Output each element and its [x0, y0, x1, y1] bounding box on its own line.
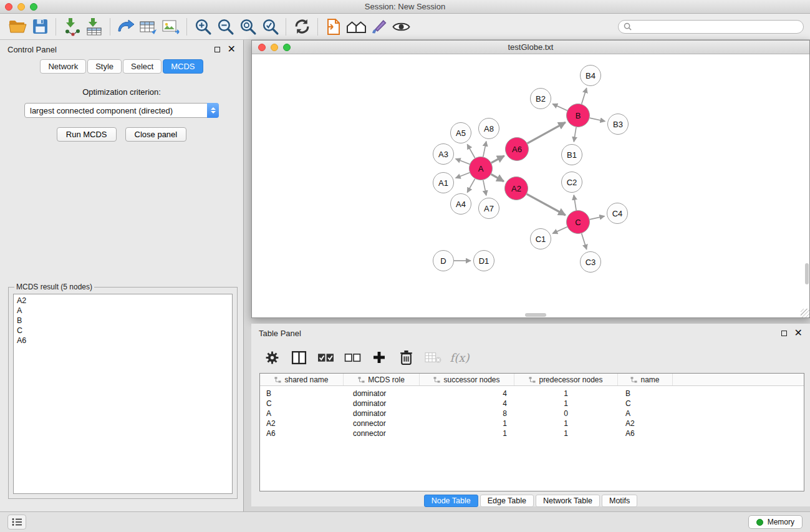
graph-node-A4[interactable]: A4: [450, 193, 471, 215]
delete-row-button[interactable]: [397, 348, 415, 367]
import-table-url-button[interactable]: [137, 16, 160, 38]
edge-A-A5[interactable]: [467, 144, 475, 158]
edge-A-A3[interactable]: [456, 159, 470, 165]
select-stepper[interactable]: [207, 103, 219, 118]
graph-node-D1[interactable]: D1: [473, 250, 494, 271]
edge-B-B2[interactable]: [552, 104, 567, 111]
network-close-button[interactable]: [258, 44, 266, 51]
edge-A-A4[interactable]: [467, 179, 475, 193]
import-table-file-button[interactable]: [83, 16, 105, 38]
column-header-shared-name[interactable]: shared name: [260, 374, 344, 385]
graph-node-C2[interactable]: C2: [561, 172, 582, 193]
refresh-layout-button[interactable]: [291, 16, 313, 38]
column-header-successor-nodes[interactable]: successor nodes: [420, 374, 514, 385]
edge-A-A6[interactable]: [491, 156, 504, 163]
network-minimize-button[interactable]: [271, 44, 278, 51]
tab-style[interactable]: Style: [87, 59, 122, 74]
open-session-button[interactable]: [6, 16, 29, 38]
delete-table-button[interactable]: [423, 348, 442, 367]
graph-node-C1[interactable]: C1: [530, 228, 551, 249]
tab-select[interactable]: Select: [123, 59, 162, 74]
table-float-panel-icon[interactable]: [781, 331, 787, 336]
edge-A-A2[interactable]: [491, 174, 504, 181]
select-all-button[interactable]: [316, 348, 335, 367]
show-panels-button[interactable]: [7, 515, 26, 530]
tab-edge-table[interactable]: Edge Table: [480, 495, 534, 507]
table-row-a2[interactable]: A2connector11A2: [260, 418, 804, 428]
save-session-button[interactable]: [29, 16, 51, 38]
table-row-a6[interactable]: A6connector11A6: [260, 428, 804, 438]
edge-A-A8[interactable]: [483, 142, 486, 157]
resize-grip[interactable]: [801, 309, 809, 317]
memory-button[interactable]: Memory: [748, 515, 803, 529]
table-close-panel-icon[interactable]: ✕: [794, 329, 803, 337]
function-builder-button[interactable]: f(x): [450, 348, 469, 367]
float-panel-icon[interactable]: [215, 47, 220, 52]
edge-B-B3[interactable]: [590, 118, 605, 121]
search-input[interactable]: [635, 22, 798, 31]
edge-C-C2[interactable]: [574, 195, 576, 210]
apply-style-button[interactable]: [367, 16, 390, 38]
zoom-fit-button[interactable]: [236, 16, 259, 38]
graph-node-C[interactable]: C: [566, 210, 590, 234]
edge-A-A1[interactable]: [456, 173, 470, 178]
edge-A6-B[interactable]: [528, 122, 566, 143]
tab-network-table[interactable]: Network Table: [536, 495, 600, 507]
tab-network[interactable]: Network: [40, 59, 86, 74]
graph-node-B4[interactable]: B4: [580, 65, 601, 86]
edge-B-B4[interactable]: [582, 88, 587, 104]
mcds-result-list[interactable]: A2ABCA6: [13, 294, 233, 494]
edge-C-C3[interactable]: [582, 233, 587, 249]
show-hide-graphics-button[interactable]: [390, 16, 412, 38]
zoom-in-button[interactable]: [191, 16, 214, 38]
graph-node-A[interactable]: A: [469, 157, 493, 180]
close-panel-button[interactable]: Close panel: [125, 127, 187, 142]
edge-B-B1[interactable]: [574, 127, 576, 142]
graph-node-B1[interactable]: B1: [561, 144, 582, 165]
graph-node-D[interactable]: D: [433, 250, 454, 271]
zoom-out-button[interactable]: [214, 16, 236, 38]
add-row-button[interactable]: [370, 348, 388, 367]
column-header-MCDS-role[interactable]: MCDS role: [344, 374, 420, 385]
close-panel-icon[interactable]: ✕: [228, 46, 236, 53]
network-window-titlebar[interactable]: testGlobe.txt: [252, 41, 809, 54]
tab-mcds[interactable]: MCDS: [163, 59, 203, 74]
result-item-a6[interactable]: A6: [17, 336, 229, 346]
result-item-b[interactable]: B: [17, 316, 229, 326]
edge-C-C1[interactable]: [552, 227, 567, 234]
table-row-b[interactable]: Bdominator41B: [260, 389, 804, 399]
column-header-name[interactable]: name: [618, 374, 673, 385]
result-item-a[interactable]: A: [17, 306, 229, 316]
run-mcds-button[interactable]: Run MCDS: [57, 127, 117, 142]
graph-node-B[interactable]: B: [566, 104, 590, 127]
table-settings-button[interactable]: [263, 348, 281, 367]
result-item-a2[interactable]: A2: [17, 296, 229, 306]
graph-node-A3[interactable]: A3: [433, 143, 454, 165]
graph-node-B3[interactable]: B3: [607, 114, 629, 135]
import-network-url-button[interactable]: [115, 16, 137, 38]
show-columns-button[interactable]: [289, 348, 308, 367]
network-canvas[interactable]: B4B2BB3A5A8A6A3B1AA1C2A2A4A7CC4C1C3DD1: [252, 54, 809, 317]
graph-node-A2[interactable]: A2: [504, 177, 528, 200]
open-document-button[interactable]: [322, 16, 345, 38]
table-row-a[interactable]: Adominator80A: [260, 409, 804, 418]
zoom-selected-button[interactable]: [259, 16, 281, 38]
export-image-button[interactable]: [160, 16, 182, 38]
horizontal-scrollbar-thumb[interactable]: [525, 313, 546, 317]
table-row-c[interactable]: Cdominator41C: [260, 399, 804, 409]
graph-node-A7[interactable]: A7: [478, 198, 499, 219]
edge-A-A7[interactable]: [483, 180, 486, 196]
graph-node-A5[interactable]: A5: [450, 122, 471, 143]
network-zoom-button[interactable]: [283, 44, 291, 51]
result-item-c[interactable]: C: [17, 326, 229, 336]
home-nested-network-button[interactable]: [345, 16, 367, 38]
optimization-criterion-select[interactable]: largest connected component (directed): [24, 103, 219, 118]
search-box[interactable]: [618, 20, 804, 34]
deselect-all-button[interactable]: [343, 348, 362, 367]
graph-node-A8[interactable]: A8: [478, 118, 499, 139]
graph-node-B2[interactable]: B2: [530, 88, 551, 109]
graph-node-A1[interactable]: A1: [433, 172, 454, 193]
column-header-predecessor-nodes[interactable]: predecessor nodes: [514, 374, 618, 385]
vertical-scrollbar-thumb[interactable]: [805, 263, 809, 284]
import-network-file-button[interactable]: [60, 16, 83, 38]
